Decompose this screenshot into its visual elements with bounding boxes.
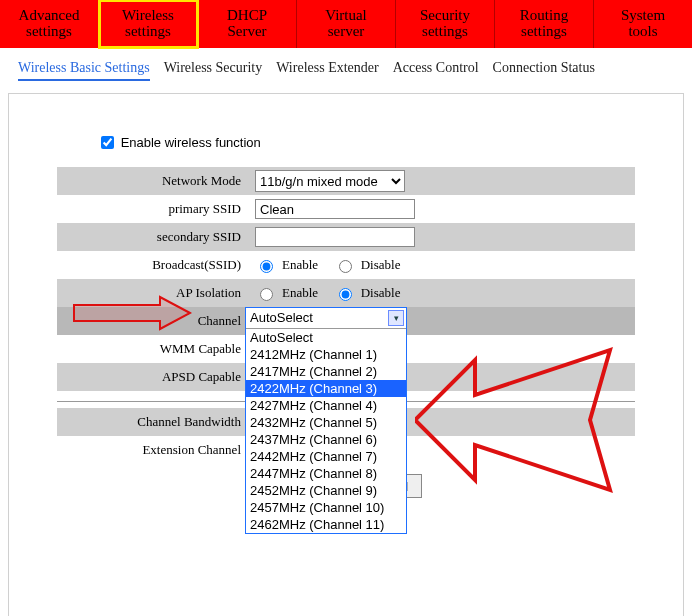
enable-wireless-text: Enable wireless function [121, 135, 261, 150]
subtab-wireless-security[interactable]: Wireless Security [164, 60, 263, 81]
label-broadcast: Broadcast(SSID) [57, 257, 253, 273]
channel-option[interactable]: 2447MHz (Channel 8) [246, 465, 406, 482]
label-primary-ssid: primary SSID [57, 201, 253, 217]
secondary-ssid-input[interactable] [255, 227, 415, 247]
channel-option[interactable]: 2457MHz (Channel 10) [246, 499, 406, 516]
tab-wireless-settings[interactable]: Wireless settings [99, 0, 198, 48]
subtab-connection-status[interactable]: Connection Status [493, 60, 595, 81]
label-apsd: APSD Capable [57, 369, 253, 385]
tab-label: Virtual [325, 8, 367, 24]
tab-label: Security [420, 8, 470, 24]
tab-label: settings [26, 24, 72, 40]
subtab-access-control[interactable]: Access Control [393, 60, 479, 81]
channel-select-value: AutoSelect [250, 310, 313, 325]
enable-wireless-checkbox[interactable] [101, 136, 114, 149]
ap-isolation-disable-label: Disable [361, 285, 401, 301]
tab-label: settings [422, 24, 468, 40]
sub-nav: Wireless Basic Settings Wireless Securit… [0, 48, 692, 87]
tab-label: Advanced [19, 8, 80, 24]
channel-select-display[interactable]: AutoSelect ▾ [246, 308, 406, 328]
row-primary-ssid: primary SSID [57, 195, 635, 223]
label-bandwidth: Channel Bandwidth [57, 414, 253, 430]
channel-option[interactable]: 2452MHz (Channel 9) [246, 482, 406, 499]
tab-label: Routing [520, 8, 568, 24]
channel-option[interactable]: 2432MHz (Channel 5) [246, 414, 406, 431]
label-ap-isolation: AP Isolation [57, 285, 253, 301]
label-network-mode: Network Mode [57, 173, 253, 189]
tab-label: Wireless [122, 8, 174, 24]
tab-label: DHCP [227, 8, 267, 24]
tab-advanced-settings[interactable]: Advanced settings [0, 0, 99, 48]
tab-label: server [328, 24, 365, 40]
channel-option[interactable]: AutoSelect [246, 329, 406, 346]
tab-label: System [621, 8, 665, 24]
channel-option[interactable]: 2462MHz (Channel 11) [246, 516, 406, 533]
tab-label: settings [125, 24, 171, 40]
channel-option[interactable]: 2427MHz (Channel 4) [246, 397, 406, 414]
row-secondary-ssid: secondary SSID [57, 223, 635, 251]
enable-wireless-row: Enable wireless function [97, 134, 635, 153]
channel-option[interactable]: 2437MHz (Channel 6) [246, 431, 406, 448]
label-channel: Channel [57, 313, 253, 329]
tab-label: tools [628, 24, 657, 40]
broadcast-enable-radio[interactable] [260, 260, 273, 273]
ap-isolation-enable-radio[interactable] [260, 288, 273, 301]
chevron-down-icon[interactable]: ▾ [388, 310, 404, 326]
label-extension: Extension Channel [57, 442, 253, 458]
top-nav: Advanced settings Wireless settings DHCP… [0, 0, 692, 48]
label-wmm: WMM Capable [57, 341, 253, 357]
network-mode-select[interactable]: 11b/g/n mixed mode [255, 170, 405, 192]
row-broadcast-ssid: Broadcast(SSID) Enable Disable [57, 251, 635, 279]
tab-label: settings [521, 24, 567, 40]
tab-routing-settings[interactable]: Routing settings [495, 0, 594, 48]
row-ap-isolation: AP Isolation Enable Disable [57, 279, 635, 307]
broadcast-disable-label: Disable [361, 257, 401, 273]
enable-wireless-label[interactable]: Enable wireless function [97, 135, 261, 150]
tab-security-settings[interactable]: Security settings [396, 0, 495, 48]
channel-option[interactable]: 2412MHz (Channel 1) [246, 346, 406, 363]
tab-label: Server [227, 24, 266, 40]
channel-option[interactable]: 2422MHz (Channel 3) [246, 380, 406, 397]
channel-option[interactable]: 2442MHz (Channel 7) [246, 448, 406, 465]
ap-isolation-enable-label: Enable [282, 285, 318, 301]
broadcast-enable-label: Enable [282, 257, 318, 273]
row-network-mode: Network Mode 11b/g/n mixed mode [57, 167, 635, 195]
ap-isolation-disable-radio[interactable] [339, 288, 352, 301]
tab-dhcp-server[interactable]: DHCP Server [198, 0, 297, 48]
tab-virtual-server[interactable]: Virtual server [297, 0, 396, 48]
tab-system-tools[interactable]: System tools [594, 0, 692, 48]
subtab-wireless-basic[interactable]: Wireless Basic Settings [18, 60, 150, 81]
subtab-wireless-extender[interactable]: Wireless Extender [276, 60, 378, 81]
label-secondary-ssid: secondary SSID [57, 229, 253, 245]
channel-option[interactable]: 2417MHz (Channel 2) [246, 363, 406, 380]
primary-ssid-input[interactable] [255, 199, 415, 219]
broadcast-disable-radio[interactable] [339, 260, 352, 273]
channel-select-open[interactable]: AutoSelect ▾ AutoSelect 2412MHz (Channel… [245, 307, 407, 534]
channel-option-list: AutoSelect 2412MHz (Channel 1) 2417MHz (… [246, 328, 406, 533]
